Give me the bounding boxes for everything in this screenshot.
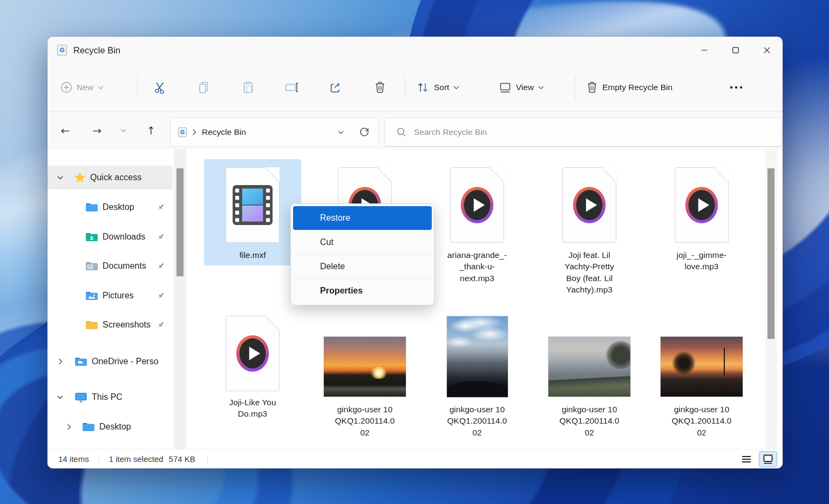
content-scrollbar-thumb[interactable]	[767, 168, 774, 339]
close-button[interactable]	[751, 37, 783, 64]
paste-button[interactable]	[235, 74, 261, 100]
minimize-button[interactable]	[689, 37, 720, 64]
file-tile-selected[interactable]: file.mxf	[204, 159, 301, 265]
sidebar-scrollbar-thumb[interactable]	[176, 168, 184, 276]
file-list: file.mxf ariana-grand	[186, 149, 764, 449]
copy-icon	[198, 81, 210, 94]
copy-button[interactable]	[191, 74, 217, 100]
file-tile[interactable]: ginkgo-user 10 QKQ1.200114.002	[653, 316, 750, 438]
file-tile[interactable]: ginkgo-user 10 QKQ1.200114.002	[429, 316, 526, 438]
search-icon	[397, 127, 406, 137]
sidebar-scrollbar[interactable]	[174, 149, 186, 449]
delete-button[interactable]	[367, 74, 393, 100]
plus-circle-icon	[60, 81, 72, 93]
menu-item-properties[interactable]: Properties	[293, 279, 432, 303]
file-tile[interactable]: Joji-Like You Do.mp3	[204, 316, 301, 420]
selection-size: 574 KB	[169, 454, 195, 464]
see-more-button[interactable]	[723, 74, 749, 100]
play-icon	[460, 186, 494, 224]
maximize-button[interactable]	[720, 37, 751, 64]
breadcrumb[interactable]: Recycle Bin	[202, 127, 246, 137]
file-tile[interactable]: Joji feat. Lil Yachty-Pretty Boy (feat. …	[541, 159, 638, 296]
empty-recycle-bin-button[interactable]: Empty Recycle Bin	[586, 64, 672, 111]
view-button[interactable]: View	[499, 64, 544, 111]
sidebar-item-pictures[interactable]: Pictures	[47, 284, 173, 308]
recent-locations-button[interactable]	[114, 119, 133, 142]
share-button[interactable]	[323, 74, 349, 100]
view-label: View	[516, 83, 534, 92]
refresh-icon[interactable]	[359, 127, 370, 138]
file-label: ginkgo-user 10 QKQ1.200114.002	[671, 404, 732, 438]
thumbnail-view-button[interactable]	[759, 451, 777, 467]
titlebar: ♻ Recycle Bin	[47, 37, 783, 64]
filmstrip-icon	[233, 185, 273, 225]
video-file-icon	[226, 167, 280, 243]
chevron-down-icon[interactable]	[57, 176, 63, 180]
sidebar-item-quick-access[interactable]: Quick access	[47, 166, 173, 189]
address-dropdown-chevron[interactable]	[338, 131, 344, 134]
sidebar-item-downloads[interactable]: Downloads	[47, 225, 173, 249]
details-view-button[interactable]	[737, 451, 756, 467]
monitor-icon	[74, 392, 87, 403]
status-divider	[207, 454, 208, 464]
thumbnail-view-icon	[763, 454, 773, 464]
paste-icon	[242, 81, 255, 94]
status-bar: 14 items 1 item selected 574 KB	[47, 449, 783, 468]
forward-button[interactable]: →	[85, 119, 109, 142]
file-tile[interactable]: ariana-grande_-_thank-u-next.mp3	[429, 159, 526, 284]
sort-label: Sort	[434, 83, 449, 92]
rename-button[interactable]	[279, 74, 305, 100]
play-icon	[572, 186, 607, 224]
file-label: ginkgo-user 10 QKQ1.200114.002	[335, 404, 395, 438]
scissors-icon	[154, 81, 167, 94]
search-input[interactable]	[414, 127, 738, 137]
recycle-bin-icon: ♻	[57, 45, 67, 56]
explorer-window: ♻ Recycle Bin New	[47, 37, 783, 468]
trash-icon	[586, 81, 598, 94]
chevron-right-icon[interactable]	[67, 424, 71, 430]
new-button[interactable]: New	[60, 64, 104, 111]
back-button[interactable]: ←	[53, 119, 77, 142]
menu-item-delete[interactable]: Delete	[293, 255, 432, 278]
address-row: ← → ↑ ♻ Recycle Bin	[47, 112, 783, 149]
sidebar-item-this-pc-desktop[interactable]: Desktop	[47, 415, 173, 439]
menu-item-cut[interactable]: Cut	[293, 230, 432, 254]
sort-button[interactable]: Sort	[417, 64, 459, 111]
pin-icon	[157, 203, 165, 212]
items-count: 14 items	[58, 454, 89, 464]
pin-icon	[157, 233, 165, 241]
chevron-down-icon[interactable]	[57, 396, 63, 399]
address-bar[interactable]: ♻ Recycle Bin	[170, 118, 379, 147]
folder-desktop-icon	[82, 421, 95, 432]
rename-icon	[285, 81, 299, 94]
file-tile[interactable]: ginkgo-user 10 QKQ1.200114.002	[541, 316, 638, 438]
file-tile[interactable]: ginkgo-user 10 QKQ1.200114.002	[316, 316, 413, 438]
toolbar-divider	[137, 76, 138, 99]
cut-button[interactable]	[147, 74, 173, 100]
file-label: ariana-grande_-_thank-u-next.mp3	[447, 249, 507, 284]
chevron-right-icon[interactable]	[58, 358, 63, 365]
up-button[interactable]: ↑	[139, 119, 163, 142]
folder-documents-icon	[85, 261, 98, 271]
file-tile[interactable]: joji_-_gimme-love.mp3	[653, 159, 750, 273]
menu-item-restore[interactable]: Restore	[293, 206, 432, 230]
content-scrollbar[interactable]	[765, 149, 777, 449]
sidebar-item-desktop[interactable]: Desktop	[47, 195, 173, 219]
folder-downloads-icon	[85, 231, 98, 242]
share-icon	[329, 81, 342, 94]
play-icon	[235, 334, 270, 373]
sidebar-item-documents[interactable]: Documents	[47, 254, 173, 278]
selection-count: 1 item selected	[109, 454, 164, 464]
file-label: file.mxf	[222, 249, 283, 261]
pin-icon	[157, 291, 165, 300]
audio-file-icon	[562, 167, 616, 243]
chevron-down-icon	[121, 129, 126, 133]
sidebar-item-screenshots[interactable]: Screenshots	[47, 313, 173, 337]
folder-onedrive-icon	[74, 356, 87, 367]
sort-icon	[417, 81, 430, 93]
chevron-down-icon	[538, 86, 544, 90]
sidebar-item-onedrive[interactable]: OneDrive - Perso	[47, 350, 173, 373]
photo-thumbnail	[446, 316, 508, 398]
chevron-right-icon	[192, 129, 196, 135]
sidebar-item-this-pc[interactable]: This PC	[47, 385, 173, 409]
